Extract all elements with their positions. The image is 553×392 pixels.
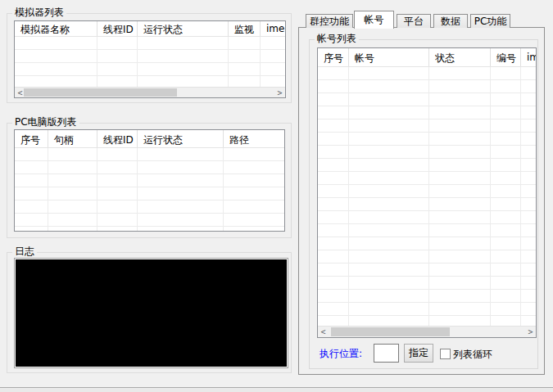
tab-data[interactable]: 数据: [433, 14, 468, 28]
column-gridline: [348, 67, 349, 326]
pc-col-handle[interactable]: 句柄: [48, 130, 97, 147]
column-gridline: [490, 67, 491, 326]
column-gridline: [260, 37, 261, 88]
column-gridline: [520, 67, 521, 326]
pc-col-index[interactable]: 序号: [15, 130, 48, 147]
scroll-right-arrow-icon[interactable]: >: [274, 88, 285, 97]
column-gridline: [428, 67, 429, 326]
account-col-number[interactable]: 编号: [491, 48, 521, 66]
emulator-col-run-status[interactable]: 运行状态: [138, 21, 229, 36]
emulator-col-imei[interactable]: imei: [261, 21, 285, 36]
account-col-status[interactable]: 状态: [429, 48, 491, 66]
column-gridline: [97, 148, 97, 231]
emulator-table-body[interactable]: [15, 37, 285, 88]
scroll-right-arrow-icon[interactable]: >: [525, 327, 536, 337]
emulator-table: 模拟器名称 线程ID 运行状态 监视 imei < >: [14, 20, 286, 98]
account-col-index[interactable]: 序号: [318, 48, 349, 66]
column-gridline: [228, 37, 229, 88]
tab-pc-functions[interactable]: PC功能: [470, 14, 510, 28]
exec-position-label: 执行位置:: [320, 347, 362, 361]
pc-table-body[interactable]: [15, 148, 284, 231]
log-title: 日志: [12, 246, 37, 258]
exec-position-input[interactable]: [374, 344, 399, 363]
log-output[interactable]: [14, 258, 288, 368]
assign-button[interactable]: 指定: [404, 344, 433, 363]
bottom-strip: [0, 388, 553, 392]
emulator-col-monitor[interactable]: 监视: [229, 21, 261, 36]
account-table: 序号 帐号 状态 编号 im < >: [317, 47, 537, 338]
account-table-header: 序号 帐号 状态 编号 im: [318, 48, 536, 67]
tab-account[interactable]: 帐号: [354, 11, 394, 29]
scrollbar-thumb[interactable]: [331, 327, 450, 336]
scrollbar-thumb[interactable]: [24, 88, 177, 97]
account-table-body[interactable]: [318, 67, 536, 326]
emulator-col-thread-id[interactable]: 线程ID: [97, 21, 138, 36]
emulator-table-header: 模拟器名称 线程ID 运行状态 监视 imei: [15, 21, 285, 37]
account-list-title: 帐号列表: [315, 33, 359, 45]
emulator-list-title: 模拟器列表: [12, 7, 66, 19]
account-table-hscrollbar[interactable]: < >: [318, 326, 536, 337]
pc-list-title: PC电脑版列表: [12, 116, 79, 128]
column-gridline: [97, 37, 97, 88]
pc-col-path[interactable]: 路径: [224, 130, 284, 147]
account-col-imei[interactable]: im: [521, 48, 536, 66]
column-gridline: [137, 148, 138, 231]
list-loop-label[interactable]: 列表循环: [453, 348, 492, 362]
tab-platform[interactable]: 平台: [397, 14, 431, 28]
pc-table-header: 序号 句柄 线程ID 运行状态 路径: [15, 130, 284, 148]
emulator-table-hscrollbar[interactable]: < >: [15, 87, 285, 97]
column-gridline: [223, 148, 224, 231]
account-col-account[interactable]: 帐号: [349, 48, 429, 66]
tab-group-control[interactable]: 群控功能: [306, 14, 353, 28]
log-content: [16, 259, 287, 367]
pc-table: 序号 句柄 线程ID 运行状态 路径: [14, 129, 285, 232]
column-gridline: [137, 37, 138, 88]
list-loop-checkbox[interactable]: [440, 349, 451, 359]
app-window: 模拟器列表 模拟器名称 线程ID 运行状态 监视 imei < > PC电脑版列…: [0, 0, 553, 392]
pc-col-run-status[interactable]: 运行状态: [138, 130, 224, 147]
emulator-col-name[interactable]: 模拟器名称: [15, 21, 97, 36]
pc-col-thread-id[interactable]: 线程ID: [97, 130, 138, 147]
column-gridline: [48, 148, 48, 231]
scroll-left-arrow-icon[interactable]: <: [318, 327, 329, 337]
